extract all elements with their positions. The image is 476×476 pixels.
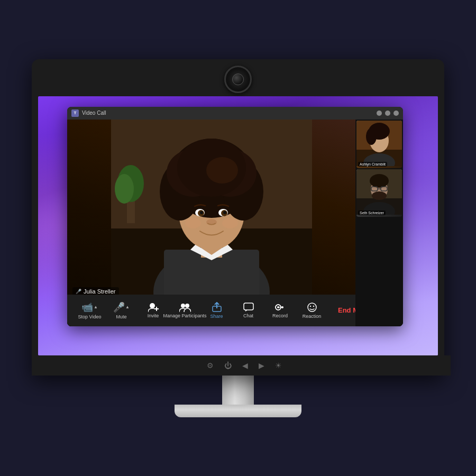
- participant-1-name: Ashlyn Cramblit: [358, 162, 387, 167]
- reaction-button[interactable]: Reaction: [297, 300, 326, 321]
- window-content: 🎤 Julia Streller 📹 ▲ Stop Vi: [67, 120, 403, 326]
- next-icon[interactable]: ▶: [259, 361, 264, 370]
- monitor-screen: T Video Call: [38, 96, 438, 355]
- camera-area: [38, 66, 438, 96]
- power-icon[interactable]: ⏻: [224, 361, 232, 370]
- participant-video-feed: [111, 120, 312, 297]
- svg-point-26: [115, 174, 134, 204]
- stop-video-icon: 📹 ▲: [81, 301, 98, 313]
- share-icon: [212, 302, 222, 313]
- reaction-icon: [307, 302, 317, 313]
- prev-icon[interactable]: ◀: [242, 361, 248, 370]
- svg-point-41: [313, 305, 314, 306]
- share-button[interactable]: Share: [202, 300, 231, 321]
- mic-status-icon: 🎤: [76, 289, 81, 294]
- participant-2-video: [356, 169, 402, 217]
- svg-point-19: [200, 211, 203, 214]
- stop-video-chevron: ▲: [94, 305, 98, 309]
- participant-2-name: Seth Schreizer: [358, 210, 386, 215]
- record-button[interactable]: Record: [266, 300, 295, 321]
- manage-participants-icon: [179, 303, 191, 312]
- svg-point-39: [308, 303, 316, 312]
- manage-participants-button[interactable]: Manage Participants: [170, 300, 199, 321]
- chat-button[interactable]: Chat: [234, 300, 263, 321]
- main-video-area: 🎤 Julia Streller 📹 ▲ Stop Vi: [67, 120, 355, 326]
- video-toolbar: 📹 ▲ Stop Video 🎤 ▲: [67, 295, 355, 326]
- stop-video-button[interactable]: 📹 ▲ Stop Video: [75, 299, 104, 322]
- svg-point-52: [372, 191, 387, 200]
- webcam: [224, 66, 252, 93]
- thumbnail-participant-2[interactable]: Seth Schreizer: [356, 169, 402, 217]
- svg-point-20: [223, 211, 226, 214]
- window-titlebar: T Video Call: [67, 107, 403, 120]
- participant-1-video: [356, 121, 402, 168]
- svg-point-46: [366, 128, 377, 145]
- monitor-bottom-bar: ⚙ ⏻ ◀ ▶ ☀: [38, 355, 451, 376]
- svg-point-40: [309, 305, 310, 306]
- mute-chevron: ▲: [125, 305, 130, 309]
- end-meeting-button[interactable]: End Meeting: [332, 302, 355, 318]
- monitor: T Video Call: [32, 59, 444, 417]
- monitor-body: T Video Call: [32, 59, 444, 376]
- settings-icon[interactable]: ⚙: [207, 361, 214, 370]
- window-title-text: Video Call: [82, 110, 106, 116]
- mute-icon: 🎤 ▲: [113, 301, 130, 313]
- thumbnail-participant-1[interactable]: Ashlyn Cramblit: [356, 121, 402, 168]
- minimize-button[interactable]: [377, 111, 382, 116]
- record-icon: [274, 303, 286, 312]
- svg-point-22: [185, 218, 201, 228]
- teams-icon: T: [71, 109, 79, 117]
- window-title-left: T Video Call: [71, 109, 106, 117]
- monitor-stand-base: [175, 405, 301, 417]
- svg-point-23: [222, 218, 238, 228]
- svg-point-31: [185, 304, 189, 308]
- side-video-panel: Ashlyn Cramblit: [355, 120, 403, 326]
- camera-lens: [232, 74, 244, 85]
- video-call-window: T Video Call: [67, 107, 403, 326]
- svg-point-27: [150, 303, 155, 308]
- svg-point-14: [206, 157, 238, 184]
- svg-point-51: [370, 174, 389, 188]
- svg-rect-34: [244, 303, 253, 310]
- close-button[interactable]: [393, 111, 399, 116]
- monitor-stand-neck: [222, 376, 254, 405]
- maximize-button[interactable]: [385, 111, 390, 116]
- invite-icon: [148, 303, 159, 312]
- brightness-icon[interactable]: ☀: [275, 361, 282, 370]
- svg-point-30: [181, 304, 185, 308]
- chat-icon: [243, 303, 254, 312]
- window-controls: [377, 111, 399, 116]
- mute-button[interactable]: 🎤 ▲ Mute: [107, 299, 136, 322]
